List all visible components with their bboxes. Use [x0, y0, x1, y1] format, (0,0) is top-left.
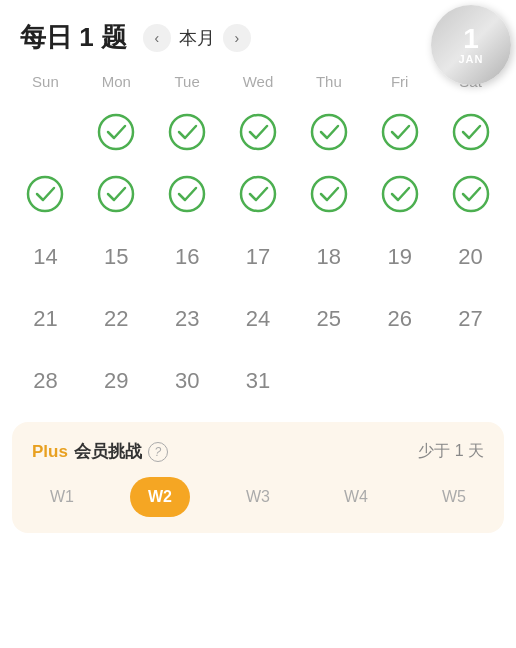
week-button-w2[interactable]: W2: [130, 477, 190, 517]
day-number: 21: [33, 298, 57, 338]
day-number: 23: [175, 298, 199, 338]
cal-cell: [435, 350, 506, 410]
svg-point-8: [170, 177, 204, 211]
cal-cell: [81, 102, 152, 162]
calendar-grid: 141516171819202122232425262728293031: [10, 102, 506, 410]
cal-cell: 15: [81, 226, 152, 286]
cal-cell: 24: [223, 288, 294, 348]
cal-cell: [10, 164, 81, 224]
cal-cell: [152, 164, 223, 224]
check-icon: [95, 111, 137, 153]
svg-point-3: [312, 115, 346, 149]
cal-cell: 31: [223, 350, 294, 410]
badge-month: JAN: [458, 53, 483, 65]
cal-cell: 28: [10, 350, 81, 410]
cal-cell: 17: [223, 226, 294, 286]
plus-section: Plus 会员挑战 ? 少于 1 天 W1W2W3W4W5: [12, 422, 504, 533]
check-icon: [379, 111, 421, 153]
weekday-fri: Fri: [364, 65, 435, 98]
day-number: 24: [246, 298, 270, 338]
cal-cell: [10, 102, 81, 162]
month-nav: ‹ 本月 ›: [143, 24, 251, 52]
cal-cell: 27: [435, 288, 506, 348]
cal-cell: [152, 102, 223, 162]
cal-cell: 26: [364, 288, 435, 348]
cal-cell: [293, 164, 364, 224]
time-left: 少于 1 天: [418, 441, 484, 462]
cal-cell: [81, 164, 152, 224]
check-icon: [166, 111, 208, 153]
svg-point-5: [454, 115, 488, 149]
day-number: 15: [104, 236, 128, 276]
cal-cell: [364, 350, 435, 410]
weekday-thu: Thu: [293, 65, 364, 98]
cal-cell: 23: [152, 288, 223, 348]
cal-cell: 19: [364, 226, 435, 286]
day-number: 31: [246, 360, 270, 400]
badge-container: 1 JAN: [426, 0, 516, 80]
day-number: 28: [33, 360, 57, 400]
cal-cell: [435, 102, 506, 162]
cal-cell: [293, 102, 364, 162]
svg-point-4: [383, 115, 417, 149]
plus-title-area: Plus 会员挑战 ?: [32, 440, 168, 463]
cal-cell: 14: [10, 226, 81, 286]
svg-point-11: [383, 177, 417, 211]
plus-header: Plus 会员挑战 ? 少于 1 天: [32, 440, 484, 463]
weekday-sun: Sun: [10, 65, 81, 98]
check-icon: [308, 173, 350, 215]
page-title: 每日 1 题: [20, 20, 127, 55]
week-button-w4[interactable]: W4: [326, 477, 386, 517]
weekday-tue: Tue: [152, 65, 223, 98]
day-number: 18: [317, 236, 341, 276]
check-icon: [379, 173, 421, 215]
weekday-mon: Mon: [81, 65, 152, 98]
check-icon: [24, 173, 66, 215]
week-button-w3[interactable]: W3: [228, 477, 288, 517]
check-icon: [166, 173, 208, 215]
day-number: 20: [458, 236, 482, 276]
cal-cell: [435, 164, 506, 224]
svg-point-7: [99, 177, 133, 211]
day-number: 29: [104, 360, 128, 400]
weekday-wed: Wed: [223, 65, 294, 98]
cal-cell: [293, 350, 364, 410]
week-button-w1[interactable]: W1: [32, 477, 92, 517]
day-number: 25: [317, 298, 341, 338]
plus-label: Plus: [32, 442, 68, 462]
month-label: 本月: [179, 26, 215, 50]
svg-point-0: [99, 115, 133, 149]
day-number: 26: [387, 298, 411, 338]
cal-cell: [364, 102, 435, 162]
badge-number: 1: [463, 25, 479, 53]
cal-cell: 22: [81, 288, 152, 348]
streak-badge: 1 JAN: [431, 5, 511, 85]
plus-challenge-text: 会员挑战: [74, 440, 142, 463]
check-icon: [237, 111, 279, 153]
calendar: Sun Mon Tue Wed Thu Fri Sat: [0, 65, 516, 410]
cal-cell: [223, 102, 294, 162]
cal-cell: [364, 164, 435, 224]
info-icon[interactable]: ?: [148, 442, 168, 462]
day-number: 14: [33, 236, 57, 276]
cal-cell: 18: [293, 226, 364, 286]
cal-cell: [223, 164, 294, 224]
day-number: 17: [246, 236, 270, 276]
week-button-w5[interactable]: W5: [424, 477, 484, 517]
day-number: 19: [387, 236, 411, 276]
cal-cell: 21: [10, 288, 81, 348]
day-number: 30: [175, 360, 199, 400]
svg-point-12: [454, 177, 488, 211]
check-icon: [95, 173, 137, 215]
svg-point-6: [28, 177, 62, 211]
weeks-row: W1W2W3W4W5: [32, 477, 484, 517]
cal-cell: 16: [152, 226, 223, 286]
next-month-button[interactable]: ›: [223, 24, 251, 52]
prev-month-button[interactable]: ‹: [143, 24, 171, 52]
cal-cell: 30: [152, 350, 223, 410]
day-number: 27: [458, 298, 482, 338]
check-icon: [450, 111, 492, 153]
check-icon: [237, 173, 279, 215]
cal-cell: 20: [435, 226, 506, 286]
check-icon: [308, 111, 350, 153]
